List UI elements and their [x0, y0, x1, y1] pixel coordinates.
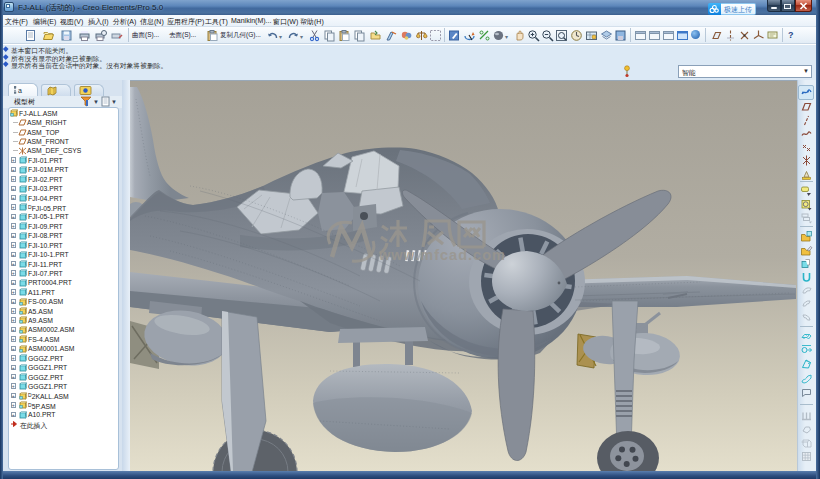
svg-text:www.mfcad.com: www.mfcad.com	[378, 247, 506, 263]
svg-text:a: a	[18, 87, 22, 94]
